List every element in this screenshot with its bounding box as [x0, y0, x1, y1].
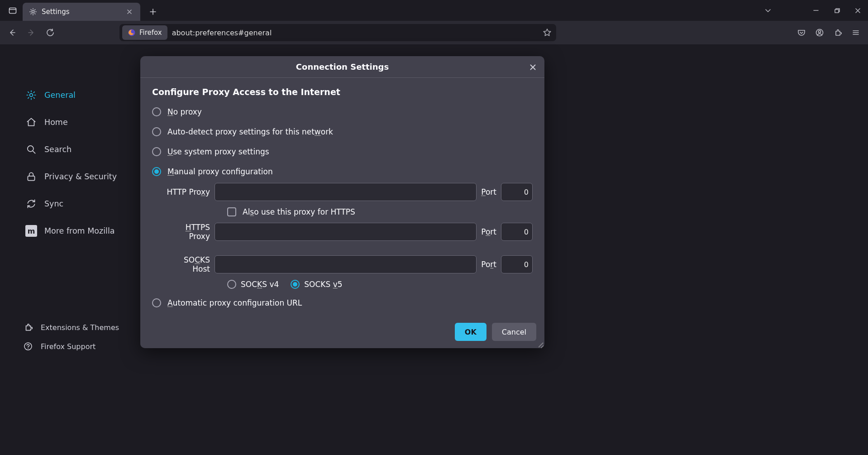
svg-point-7: [818, 30, 820, 33]
http-port-input[interactable]: [501, 183, 533, 201]
lock-icon: [25, 171, 37, 182]
category-label: Privacy & Security: [44, 172, 117, 181]
proxy-option-no-proxy[interactable]: No proxy: [152, 103, 533, 120]
help-icon: [24, 342, 33, 351]
restore-icon: [834, 8, 840, 14]
socks-port-label: Port: [481, 260, 496, 269]
puzzle-icon: [24, 323, 33, 332]
firefox-support-link[interactable]: Firefox Support: [24, 342, 119, 351]
account-button[interactable]: [811, 24, 828, 41]
identity-chip[interactable]: Firefox: [122, 25, 167, 40]
socks-host-input[interactable]: [215, 255, 477, 273]
save-to-pocket-button[interactable]: [793, 24, 810, 41]
socks-version-row: SOCKS v4 SOCKS v5: [227, 280, 533, 289]
dialog-header: Connection Settings: [140, 56, 544, 78]
svg-point-13: [28, 348, 29, 349]
svg-rect-11: [28, 176, 34, 181]
svg-point-12: [24, 343, 32, 350]
sidebar-footer-links: Extensions & Themes Firefox Support: [24, 323, 119, 351]
https-proxy-input[interactable]: [215, 223, 477, 241]
category-home[interactable]: Home: [24, 112, 132, 132]
svg-point-2: [32, 10, 34, 13]
share-proxy-checkbox-row[interactable]: Also use this proxy for HTTPS: [227, 207, 533, 216]
https-proxy-row: HTTPS Proxy Port: [165, 223, 533, 241]
close-icon: [529, 64, 536, 71]
category-general[interactable]: General: [24, 85, 132, 105]
plus-icon: [150, 9, 156, 15]
reload-icon: [46, 29, 54, 37]
gear-icon: [25, 89, 37, 101]
https-port-label: Port: [481, 227, 496, 236]
proxy-option-auto-url[interactable]: Automatic proxy configuration URL: [152, 294, 533, 311]
socks-host-label: SOCKS Host: [165, 255, 210, 273]
socks-v5-option[interactable]: SOCKS v5: [291, 280, 342, 289]
mozilla-icon: m: [25, 225, 37, 237]
proxy-option-manual[interactable]: Manual proxy configuration: [152, 163, 533, 180]
dialog-close-button[interactable]: [526, 61, 539, 73]
url-text: about:preferences#general: [172, 29, 272, 37]
firefox-logo-icon: [128, 29, 136, 37]
checkbox-icon: [227, 207, 236, 216]
checkbox-label: Also use this proxy for HTTPS: [243, 207, 355, 216]
minimize-icon: [813, 7, 819, 14]
radio-icon: [152, 167, 161, 176]
window-close-button[interactable]: [847, 1, 868, 19]
category-privacy[interactable]: Privacy & Security: [24, 167, 132, 187]
arrow-left-icon: [8, 29, 16, 37]
socks-port-input[interactable]: [501, 255, 533, 273]
tab-settings[interactable]: Settings: [23, 3, 140, 21]
cancel-button[interactable]: Cancel: [492, 323, 536, 341]
category-label: Home: [44, 118, 68, 127]
dialog-heading: Configure Proxy Access to the Internet: [152, 87, 533, 97]
account-icon: [816, 29, 824, 37]
tab-close-button[interactable]: [125, 7, 134, 16]
proxy-option-system[interactable]: Use system proxy settings: [152, 143, 533, 160]
search-icon: [25, 144, 37, 155]
extensions-button[interactable]: [829, 24, 846, 41]
socks-host-row: SOCKS Host Port: [165, 255, 533, 273]
option-label: SOCKS v5: [304, 280, 342, 289]
recent-browsing-button[interactable]: [5, 2, 21, 19]
link-label: Extensions & Themes: [41, 323, 119, 332]
window-restore-button[interactable]: [826, 1, 847, 19]
category-label: Search: [44, 145, 72, 154]
window-minimize-button[interactable]: [806, 1, 826, 19]
option-label: Automatic proxy configuration URL: [167, 298, 302, 307]
toolbar-right: [793, 24, 864, 41]
close-icon: [127, 9, 132, 14]
category-label: Sync: [44, 199, 63, 208]
svg-rect-4: [835, 10, 839, 13]
star-icon: [543, 28, 552, 37]
category-search[interactable]: Search: [24, 139, 132, 159]
dialog-footer: OK Cancel: [140, 323, 544, 348]
https-port-input[interactable]: [501, 223, 533, 241]
puzzle-icon: [834, 29, 842, 37]
category-more-from-mozilla[interactable]: m More from Mozilla: [24, 221, 132, 241]
manual-proxy-fields: HTTP Proxy Port Also use this proxy for …: [165, 183, 533, 289]
option-label: SOCKS v4: [241, 280, 279, 289]
ok-button[interactable]: OK: [455, 323, 486, 341]
link-label: Firefox Support: [41, 342, 95, 351]
pocket-icon: [797, 29, 806, 37]
http-proxy-input[interactable]: [215, 183, 477, 201]
back-button[interactable]: [4, 24, 21, 41]
app-menu-button[interactable]: [847, 24, 864, 41]
radio-icon: [291, 280, 300, 289]
radio-icon: [152, 107, 161, 116]
list-all-tabs-button[interactable]: [758, 1, 778, 19]
url-bar[interactable]: Firefox about:preferences#general: [119, 24, 556, 41]
category-sync[interactable]: Sync: [24, 194, 132, 214]
new-tab-button[interactable]: [145, 4, 161, 20]
http-proxy-label: HTTP Proxy: [165, 187, 210, 196]
preferences-page: General Home Search Privacy & Security S…: [0, 44, 868, 455]
category-label: More from Mozilla: [44, 226, 115, 235]
forward-button[interactable]: [23, 24, 40, 41]
dialog-resize-handle[interactable]: [536, 340, 544, 347]
extensions-themes-link[interactable]: Extensions & Themes: [24, 323, 119, 332]
http-port-label: Port: [481, 187, 496, 196]
sync-icon: [25, 198, 37, 210]
bookmark-star-button[interactable]: [543, 28, 552, 37]
reload-button[interactable]: [42, 24, 59, 41]
proxy-option-auto-detect[interactable]: Auto-detect proxy settings for this netw…: [152, 123, 533, 140]
socks-v4-option[interactable]: SOCKS v4: [227, 280, 279, 289]
